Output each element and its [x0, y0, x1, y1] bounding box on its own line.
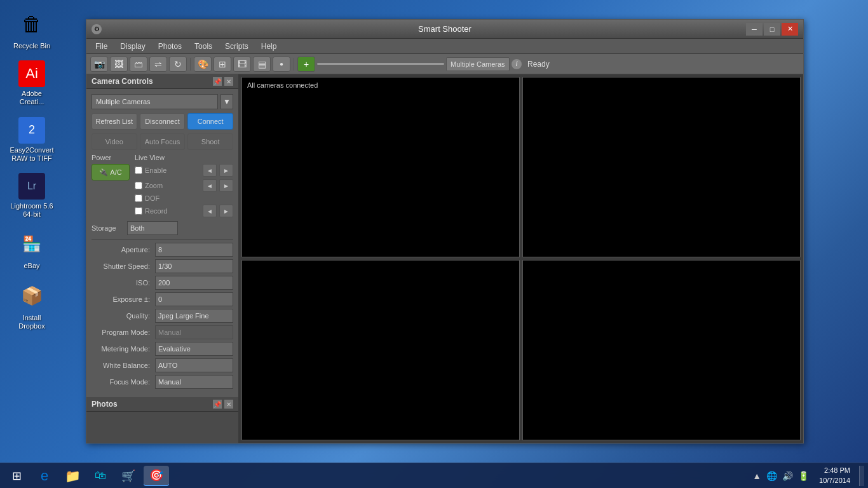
focus-mode-select[interactable]: Manual: [155, 375, 233, 389]
menu-file[interactable]: File: [89, 41, 114, 52]
refresh-list-btn[interactable]: Refresh List: [92, 113, 137, 130]
adobe-label: Adobe Creati...: [9, 90, 55, 106]
status-ready: Ready: [527, 60, 550, 69]
lv-record-checkbox[interactable]: [135, 207, 142, 215]
aperture-select[interactable]: 8: [155, 243, 233, 257]
close-button[interactable]: ✕: [782, 23, 798, 36]
taskbar-icon-ie[interactable]: e: [32, 466, 57, 486]
toolbar-btn-film[interactable]: 🎞: [233, 57, 251, 72]
quality-select[interactable]: Jpeg Large Fine: [155, 309, 233, 323]
maximize-button[interactable]: □: [764, 23, 780, 36]
camera-action-buttons: Refresh List Disconnect Connect: [92, 113, 233, 130]
taskbar-volume-icon[interactable]: 🔊: [781, 470, 794, 482]
menu-tools[interactable]: Tools: [188, 41, 219, 52]
taskbar-clock[interactable]: 2:48 PM 10/7/2014: [814, 466, 855, 485]
toolbar-btn-grid[interactable]: ⊞: [214, 57, 231, 72]
exposure-select[interactable]: 0: [155, 292, 233, 306]
program-mode-row: Program Mode: Manual: [92, 325, 233, 340]
toolbar-btn-plus[interactable]: +: [297, 57, 315, 72]
aperture-row: Aperture: 8: [92, 242, 233, 257]
lv-left-btn3[interactable]: ◄: [203, 205, 217, 217]
toolbar-sep1: [190, 58, 191, 71]
menu-display[interactable]: Display: [114, 41, 151, 52]
camera-dropdown[interactable]: Multiple Cameras: [92, 94, 218, 109]
taskbar-battery-icon[interactable]: 🔋: [797, 470, 810, 482]
info-icon[interactable]: i: [512, 59, 522, 69]
taskbar-icon-smartshooter[interactable]: 🎯: [144, 466, 169, 486]
photos-pin-btn[interactable]: 📌: [213, 400, 222, 409]
taskbar-time: 2:48 PM: [819, 466, 850, 475]
iso-label: ISO:: [92, 279, 155, 287]
menu-scripts[interactable]: Scripts: [219, 41, 255, 52]
toolbar-btn-img1[interactable]: 🖼: [110, 57, 128, 72]
power-liveview-section: Power 🔌 A/C Live View Enable ◄: [92, 154, 233, 217]
shoot-btn[interactable]: Shoot: [187, 133, 233, 150]
taskbar-icon-explorer[interactable]: 📁: [60, 466, 85, 486]
video-btn[interactable]: Video: [92, 133, 137, 150]
lv-right-btn1[interactable]: ►: [219, 164, 233, 177]
desktop-icon-easy2convert[interactable]: 2 Easy2Convert RAW to TIFF: [6, 114, 57, 165]
lv-left-btn2[interactable]: ◄: [203, 179, 217, 192]
camera-view-3: [241, 260, 520, 440]
camera-select-toolbar[interactable]: Multiple Cameras: [446, 57, 510, 71]
desktop-icon-ebay[interactable]: 🏪 eBay: [6, 226, 57, 273]
menu-photos[interactable]: Photos: [152, 41, 188, 52]
lv-zoom-row: Zoom ◄ ►: [135, 179, 233, 192]
desktop-icon-recycle-bin[interactable]: 🗑 Recycle Bin: [6, 6, 57, 53]
lv-right-btn2[interactable]: ►: [219, 179, 233, 192]
start-button[interactable]: ⊞: [4, 466, 29, 486]
iso-select[interactable]: 200: [155, 276, 233, 290]
lv-zoom-checkbox[interactable]: [135, 182, 142, 189]
taskbar-icon-store[interactable]: 🛍: [88, 466, 113, 486]
toolbar-btn-color[interactable]: 🎨: [194, 57, 212, 72]
white-balance-label: White Balance:: [92, 362, 155, 369]
toolbar-btn-view[interactable]: ▤: [253, 57, 271, 72]
camera-dropdown-arrow[interactable]: ▼: [220, 94, 233, 109]
shutter-label: Shutter Speed:: [92, 262, 155, 270]
panel-close-btn[interactable]: ✕: [224, 77, 233, 86]
camera-view-1: All cameras connected: [241, 77, 520, 257]
lv-right-btn3[interactable]: ►: [219, 205, 233, 217]
menu-help[interactable]: Help: [255, 41, 283, 52]
metering-mode-select[interactable]: Evaluative: [155, 342, 233, 356]
iso-row: ISO: 200: [92, 275, 233, 290]
camera-dropdown-row: Multiple Cameras ▼: [92, 94, 233, 109]
title-bar-left: ⚙: [92, 24, 102, 34]
toolbar-btn-arrows[interactable]: ⇌: [149, 57, 167, 72]
photos-panel-header: Photos 📌 ✕: [86, 397, 238, 412]
taskbar-icon-amazon[interactable]: 🛒: [116, 466, 141, 486]
toolbar-slider[interactable]: [317, 63, 444, 65]
toolbar-btn-img2[interactable]: 🗃: [130, 57, 147, 72]
easy2convert-label: Easy2Convert RAW to TIFF: [9, 146, 55, 163]
photos-close-btn[interactable]: ✕: [224, 400, 233, 409]
taskbar-network-icon[interactable]: 🌐: [765, 470, 778, 482]
lv-left-btn1[interactable]: ◄: [203, 164, 217, 177]
desktop-icon-lightroom[interactable]: Lr Lightroom 5.6 64-bit: [6, 170, 57, 221]
ac-btn[interactable]: 🔌 A/C: [92, 164, 130, 180]
taskbar-arrow-icon[interactable]: ▲: [751, 470, 763, 482]
autofocus-btn[interactable]: Auto Focus: [140, 133, 186, 150]
exposure-label: Exposure ±:: [92, 295, 155, 303]
panel-pin-btn[interactable]: 📌: [213, 77, 222, 86]
metering-mode-label: Metering Mode:: [92, 345, 155, 353]
main-content: Camera Controls 📌 ✕ Multiple Cameras ▼: [86, 74, 803, 443]
storage-dropdown[interactable]: Both: [127, 221, 178, 235]
show-desktop-btn[interactable]: [859, 466, 864, 486]
title-bar: ⚙ Smart Shooter ─ □ ✕: [86, 20, 803, 39]
disconnect-btn[interactable]: Disconnect: [140, 113, 186, 130]
taskbar: ⊞ e 📁 🛍 🛒 🎯 ▲ 🌐 🔊 🔋 2:48 PM 10/7/2014: [0, 463, 868, 488]
camera-action-buttons2: Video Auto Focus Shoot: [92, 133, 233, 150]
desktop-icon-dropbox[interactable]: 📦 Install Dropbox: [6, 278, 57, 333]
minimize-button[interactable]: ─: [746, 23, 763, 36]
toolbar-btn-refresh[interactable]: ↻: [169, 57, 187, 72]
desktop-icon-adobe[interactable]: Ai Adobe Creati...: [6, 58, 57, 109]
toolbar-btn-camera[interactable]: 📷: [90, 57, 108, 72]
program-mode-select[interactable]: Manual: [155, 325, 233, 339]
shutter-select[interactable]: 1/30: [155, 259, 233, 273]
lv-dof-checkbox[interactable]: [135, 194, 142, 202]
lv-enable-checkbox[interactable]: [135, 166, 142, 174]
white-balance-select[interactable]: AUTO: [155, 358, 233, 372]
toolbar-btn-dot[interactable]: ●: [273, 57, 290, 72]
connect-btn[interactable]: Connect: [187, 113, 233, 130]
white-balance-row: White Balance: AUTO: [92, 358, 233, 373]
